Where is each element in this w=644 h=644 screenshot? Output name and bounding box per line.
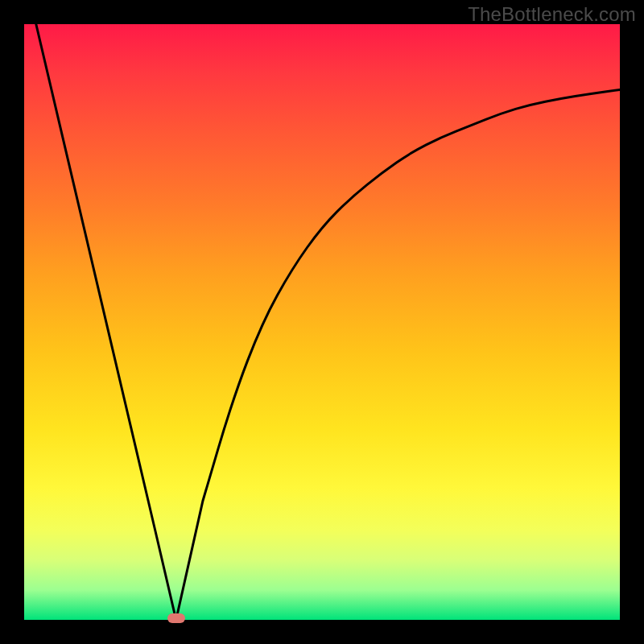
chart-frame: TheBottleneck.com: [0, 0, 644, 644]
plot-area: [24, 24, 620, 620]
watermark-text: TheBottleneck.com: [468, 3, 636, 26]
minimum-marker: [167, 613, 185, 623]
curve-svg: [24, 24, 620, 620]
bottleneck-curve: [36, 24, 620, 620]
